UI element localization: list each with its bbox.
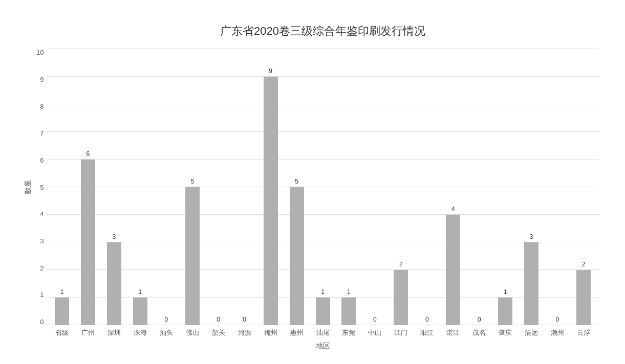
bar-value-label: 0 — [478, 316, 481, 323]
x-tick-label: 阳江 — [414, 328, 440, 337]
y-tick-label: 10 — [26, 49, 44, 56]
x-tick-label: 省级 — [49, 328, 75, 337]
bar-group: 1 — [49, 49, 75, 325]
bar: 1 — [341, 298, 356, 325]
bar: 2 — [576, 270, 591, 325]
bar-value-label: 3 — [113, 233, 116, 240]
bar-group: 0 — [362, 49, 388, 325]
x-tick-label: 清远 — [519, 328, 545, 337]
bar: 4 — [446, 215, 460, 325]
x-tick-label: 中山 — [362, 328, 388, 337]
chart-title: 广东省2020卷三级综合年鉴印刷发行情况 — [47, 24, 599, 39]
bar-value-label: 0 — [425, 316, 429, 323]
bar-value-label: 5 — [190, 178, 194, 185]
y-tick-label: 6 — [26, 157, 44, 164]
bar-value-label: 2 — [399, 261, 403, 268]
bar-group: 1 — [336, 49, 362, 325]
bar: 1 — [55, 298, 69, 325]
bar-value-label: 1 — [347, 288, 351, 295]
chart-area: 数量 012345678910 163105009511020401302 — [47, 49, 599, 325]
bar-value-label: 9 — [269, 67, 272, 75]
y-tick-label: 2 — [26, 265, 44, 271]
x-tick-label: 茂名 — [466, 328, 492, 337]
y-tick-label: 9 — [26, 76, 44, 83]
x-axis-title: 地区 — [47, 342, 599, 351]
x-tick-label: 韶关 — [205, 328, 231, 337]
bar: 3 — [524, 242, 538, 325]
bar: 1 — [316, 298, 330, 325]
bar-value-label: 2 — [582, 261, 586, 268]
bar-group: 0 — [231, 49, 257, 325]
x-tick-label: 江门 — [388, 328, 414, 337]
chart-inner: 012345678910 163105009511020401302 — [47, 49, 599, 325]
bar-value-label: 1 — [504, 288, 507, 295]
bar-group: 0 — [205, 49, 231, 325]
bar-group: 6 — [75, 49, 101, 325]
bar-group: 1 — [127, 49, 153, 325]
bar-group: 1 — [492, 49, 519, 325]
x-tick-label: 肇庆 — [492, 328, 519, 337]
bar: 3 — [107, 242, 121, 325]
x-tick-label: 东莞 — [336, 328, 362, 337]
x-labels: 省级广州深圳珠海汕头佛山韶关河源梅州惠州汕尾东莞中山江门阳江湛江茂名肇庆清远潮州… — [47, 328, 599, 337]
bar-group: 0 — [466, 49, 492, 325]
bar-group: 1 — [310, 49, 336, 325]
bar-group: 0 — [545, 49, 571, 325]
bar-group: 9 — [257, 49, 284, 325]
bar: 5 — [290, 187, 304, 325]
bar-value-label: 6 — [87, 150, 90, 157]
y-tick-label: 1 — [26, 291, 44, 298]
x-tick-label: 珠海 — [127, 328, 153, 337]
bar-group: 0 — [414, 49, 440, 325]
bar-group: 5 — [284, 49, 310, 325]
bar: 9 — [264, 77, 278, 325]
x-tick-label: 湛江 — [440, 328, 466, 337]
bar: 2 — [394, 270, 408, 325]
y-tick-label: 8 — [26, 103, 44, 110]
bar: 5 — [185, 187, 200, 325]
y-tick-label: 3 — [26, 238, 44, 244]
bar-value-label: 0 — [556, 316, 559, 323]
bar: 6 — [81, 160, 95, 325]
bar-value-label: 0 — [373, 316, 377, 323]
y-labels: 012345678910 — [26, 49, 44, 325]
x-tick-label: 惠州 — [284, 328, 310, 337]
y-tick-label: 0 — [26, 318, 44, 325]
x-tick-label: 云浮 — [571, 328, 597, 337]
x-tick-label: 河源 — [231, 328, 257, 337]
y-tick-label: 7 — [26, 130, 44, 136]
bar-group: 2 — [388, 49, 414, 325]
bar-group: 4 — [440, 49, 466, 325]
bars-area: 163105009511020401302 — [47, 49, 599, 325]
y-tick-label: 4 — [26, 211, 44, 217]
bar-value-label: 4 — [451, 206, 455, 213]
chart-container: 广东省2020卷三级综合年鉴印刷发行情况 数量 012345678910 163… — [11, 8, 615, 356]
bar-group: 2 — [571, 49, 597, 325]
bar-value-label: 0 — [217, 316, 220, 323]
x-tick-label: 汕头 — [153, 328, 179, 337]
bar-value-label: 0 — [164, 316, 168, 323]
x-tick-label: 梅州 — [257, 328, 284, 337]
bar-value-label: 3 — [530, 233, 533, 240]
bar-value-label: 1 — [321, 288, 325, 295]
bar-group: 3 — [519, 49, 545, 325]
bar-group: 5 — [179, 49, 205, 325]
bar-value-label: 1 — [60, 288, 64, 295]
bar-value-label: 1 — [138, 288, 142, 295]
bar-value-label: 0 — [243, 316, 246, 323]
bar-group: 0 — [153, 49, 179, 325]
x-tick-label: 潮州 — [545, 328, 571, 337]
x-tick-label: 广州 — [75, 328, 101, 337]
bar-value-label: 5 — [295, 178, 298, 185]
x-tick-label: 深圳 — [101, 328, 127, 337]
bar: 1 — [133, 298, 147, 325]
x-tick-label: 佛山 — [179, 328, 205, 337]
x-tick-label: 汕尾 — [310, 328, 336, 337]
bar: 1 — [498, 298, 512, 325]
bar-group: 3 — [101, 49, 127, 325]
y-tick-label: 5 — [26, 184, 44, 191]
